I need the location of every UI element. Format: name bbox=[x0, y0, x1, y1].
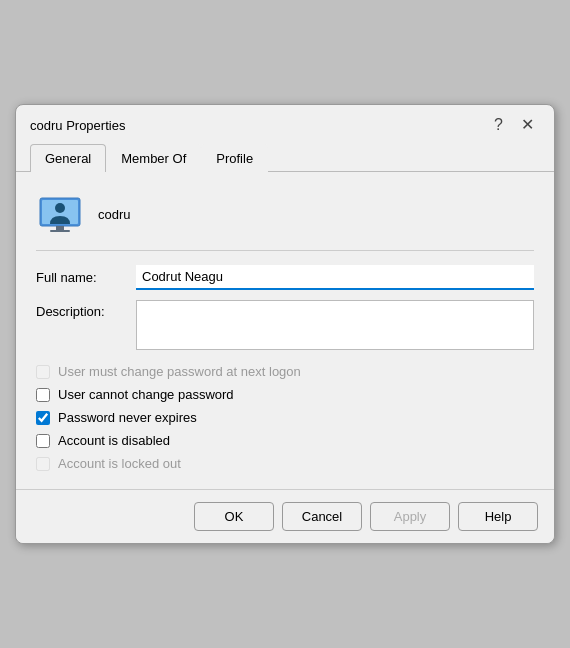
full-name-label: Full name: bbox=[36, 270, 136, 285]
must-change-password-checkbox[interactable] bbox=[36, 365, 50, 379]
cannot-change-password-checkbox[interactable] bbox=[36, 388, 50, 402]
checkbox-account-disabled: Account is disabled bbox=[36, 433, 534, 448]
cannot-change-password-label: User cannot change password bbox=[58, 387, 234, 402]
help-button[interactable]: Help bbox=[458, 502, 538, 531]
user-header: codru bbox=[36, 190, 534, 251]
account-locked-out-label: Account is locked out bbox=[58, 456, 181, 471]
full-name-input[interactable] bbox=[136, 265, 534, 290]
help-title-button[interactable]: ? bbox=[488, 115, 509, 135]
account-disabled-label: Account is disabled bbox=[58, 433, 170, 448]
svg-rect-4 bbox=[50, 230, 70, 232]
password-never-expires-checkbox[interactable] bbox=[36, 411, 50, 425]
description-input[interactable] bbox=[136, 300, 534, 350]
close-button[interactable]: ✕ bbox=[515, 115, 540, 135]
tab-profile[interactable]: Profile bbox=[201, 144, 268, 172]
title-bar-controls: ? ✕ bbox=[488, 115, 540, 135]
account-locked-out-checkbox[interactable] bbox=[36, 457, 50, 471]
username-display: codru bbox=[98, 207, 131, 222]
cancel-button[interactable]: Cancel bbox=[282, 502, 362, 531]
description-row: Description: bbox=[36, 300, 534, 350]
tab-general[interactable]: General bbox=[30, 144, 106, 172]
apply-button[interactable]: Apply bbox=[370, 502, 450, 531]
checkbox-section: User must change password at next logon … bbox=[36, 364, 534, 471]
dialog-footer: OK Cancel Apply Help bbox=[16, 489, 554, 543]
full-name-row: Full name: bbox=[36, 265, 534, 290]
tab-bar: General Member Of Profile bbox=[16, 143, 554, 172]
checkbox-must-change-password: User must change password at next logon bbox=[36, 364, 534, 379]
tab-member-of[interactable]: Member Of bbox=[106, 144, 201, 172]
description-label: Description: bbox=[36, 300, 136, 319]
properties-dialog: codru Properties ? ✕ General Member Of P… bbox=[15, 104, 555, 544]
svg-rect-3 bbox=[56, 226, 64, 230]
ok-button[interactable]: OK bbox=[194, 502, 274, 531]
checkbox-cannot-change-password: User cannot change password bbox=[36, 387, 534, 402]
dialog-title: codru Properties bbox=[30, 118, 125, 133]
password-never-expires-label: Password never expires bbox=[58, 410, 197, 425]
title-bar: codru Properties ? ✕ bbox=[16, 105, 554, 141]
svg-point-2 bbox=[55, 203, 65, 213]
user-avatar-icon bbox=[36, 190, 84, 238]
must-change-password-label: User must change password at next logon bbox=[58, 364, 301, 379]
user-avatar-container bbox=[36, 190, 84, 238]
account-disabled-checkbox[interactable] bbox=[36, 434, 50, 448]
checkbox-password-never-expires: Password never expires bbox=[36, 410, 534, 425]
tab-content: codru Full name: Description: User must … bbox=[16, 172, 554, 489]
checkbox-account-locked-out: Account is locked out bbox=[36, 456, 534, 471]
